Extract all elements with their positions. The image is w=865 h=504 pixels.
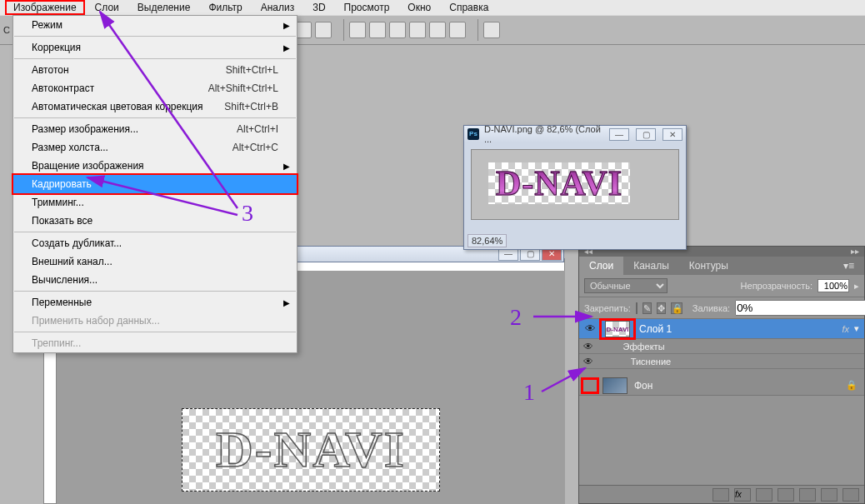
visibility-eye-icon[interactable]: 👁 [579,341,598,352]
menu-layers[interactable]: Слои [87,1,128,14]
layer-name[interactable]: Слой 1 [636,323,842,335]
menu-autocolor[interactable]: Автоматическая цветовая коррекцияShift+C… [13,97,297,116]
align-icon[interactable] [315,22,332,38]
opacity-input[interactable] [818,279,849,292]
chevron-right-icon[interactable]: ▸ [854,281,859,292]
menu-variables[interactable]: Переменные▶ [13,293,297,312]
tab-channels[interactable]: Каналы [623,257,679,275]
menu-window[interactable]: Окно [399,1,439,14]
panel-menu-icon[interactable]: ▾≡ [833,257,864,275]
fill-input[interactable] [735,300,865,316]
menu-calculations[interactable]: Вычисления... [13,271,297,289]
menu-apply-dataset: Применить набор данных... [13,312,297,330]
distribute-icon[interactable] [369,22,386,38]
annotation-box-2: D-NAVI [599,318,636,340]
floating-window-titlebar[interactable]: Ps D-NAVI.png @ 82,6% (Слой ... — ▢ ✕ [464,126,686,142]
link-layers-icon[interactable] [712,488,729,502]
menu-canvas-size[interactable]: Размер холста...Alt+Ctrl+C [13,138,297,157]
distribute-icon[interactable] [429,22,446,38]
menu-trap: Треппинг... [13,334,297,352]
lock-label: Закрепить: [584,303,631,313]
lock-all-icon[interactable]: 🔒 [671,302,682,314]
annotation-number-1: 1 [523,379,535,406]
menu-filter[interactable]: Фильтр [200,1,250,14]
menu-rotate-image[interactable]: Вращение изображения▶ [13,157,297,175]
expand-icon[interactable]: ▸▸ [846,247,864,257]
chevron-right-icon: ▶ [283,21,290,30]
distribute-icon[interactable] [349,22,366,38]
menu-reveal-all[interactable]: Показать все [13,212,297,230]
annotation-number-2: 2 [510,304,522,331]
layer-effects-row[interactable]: 👁 Эффекты [579,339,864,354]
chevron-down-icon[interactable]: ▾ [854,323,862,334]
layers-panel: ◂◂▸▸ Слои Каналы Контуры ▾≡ Обычные Непр… [578,246,865,504]
lock-icon: 🔒 [846,380,862,391]
visibility-eye-icon[interactable]: 👁 [581,322,599,335]
distribute-icon[interactable] [389,22,406,38]
menubar: Изображение Слои Выделение Фильтр Анализ… [0,0,865,15]
menu-image-size[interactable]: Размер изображения...Alt+Ctrl+I [13,120,297,138]
menu-autotone[interactable]: АвтотонShift+Ctrl+L [13,61,297,79]
layer-name[interactable]: Фон [631,380,846,392]
artwork-preview: D-NAVI [488,162,630,204]
toolbar-group-extra [478,19,505,41]
delete-icon[interactable] [842,488,859,502]
fill-label: Заливка: [692,303,730,313]
tab-paths[interactable]: Контуры [679,257,738,275]
chevron-right-icon: ▶ [283,43,290,52]
menu-autocontrast[interactable]: АвтоконтрастAlt+Shift+Ctrl+L [13,79,297,97]
document-floating-window[interactable]: Ps D-NAVI.png @ 82,6% (Слой ... — ▢ ✕ D-… [463,125,687,250]
menu-3d[interactable]: 3D [304,1,333,14]
menu-mode[interactable]: Режим▶ [13,16,297,34]
mask-icon[interactable] [756,488,772,502]
layer-thumbnail[interactable]: D-NAVI [605,321,630,337]
fx-icon[interactable]: fx [734,488,751,502]
chevron-right-icon: ▶ [283,162,290,171]
toolbar-group-distribute [343,19,471,41]
floating-canvas: D-NAVI [471,149,679,220]
menu-view[interactable]: Просмотр [336,1,398,14]
layer-thumbnail[interactable] [602,377,628,394]
new-layer-icon[interactable] [821,488,838,502]
tab-layers[interactable]: Слои [579,257,623,275]
menu-trim[interactable]: Тримминг... [13,193,297,212]
distribute-icon[interactable] [449,22,466,38]
menu-image[interactable]: Изображение [5,0,85,15]
menu-analysis[interactable]: Анализ [252,1,303,14]
visibility-eye-icon[interactable]: 👁 [579,356,598,367]
selection-marquee: D-NAVI [182,408,440,492]
annotation-box-1[interactable] [581,377,599,394]
extra-icon[interactable] [483,22,500,38]
lock-paint-icon[interactable]: ✎ [642,302,652,314]
annotation-number-3: 3 [242,200,253,227]
blend-mode-select[interactable]: Обычные [584,278,668,293]
menu-selection[interactable]: Выделение [129,1,199,14]
image-menu-dropdown: Режим▶ Коррекция▶ АвтотонShift+Ctrl+L Ав… [12,15,298,353]
distribute-icon[interactable] [409,22,426,38]
adjustment-icon[interactable] [778,488,794,502]
menu-crop[interactable]: Кадрировать [13,175,297,193]
dnavi-logo-text: D-NAVI [488,162,630,204]
menu-adjustments[interactable]: Коррекция▶ [13,38,297,57]
layers-tabs: Слои Каналы Контуры ▾≡ [579,257,864,275]
layer-row-layer1[interactable]: 👁 D-NAVI Слой 1 fx ▾ [579,319,864,339]
lock-transparent-icon[interactable] [636,302,638,314]
minimize-button[interactable]: — [609,128,629,141]
align-icon[interactable] [295,22,312,38]
menu-duplicate[interactable]: Создать дубликат... [13,234,297,252]
layer-row-background[interactable]: Фон 🔒 [579,376,864,396]
floating-window-title: D-NAVI.png @ 82,6% (Слой ... [484,124,602,144]
fx-badge[interactable]: fx [842,324,854,334]
zoom-status: 82,64% [468,234,507,247]
maximize-button[interactable]: ▢ [636,128,656,141]
selection-text: D-NAVI [182,409,439,489]
lock-move-icon[interactable]: ✥ [657,302,666,314]
close-button[interactable]: ✕ [662,128,682,141]
group-icon[interactable] [799,488,816,502]
layer-list: 👁 D-NAVI Слой 1 fx ▾ 👁 Эффекты 👁 Тиснени… [579,319,864,396]
ps-icon: Ps [468,128,479,140]
layer-emboss-row[interactable]: 👁 Тиснение [579,354,864,369]
menu-help[interactable]: Справка [441,1,497,14]
menu-apply-image[interactable]: Внешний канал... [13,252,297,271]
chevron-right-icon: ▶ [283,298,290,307]
